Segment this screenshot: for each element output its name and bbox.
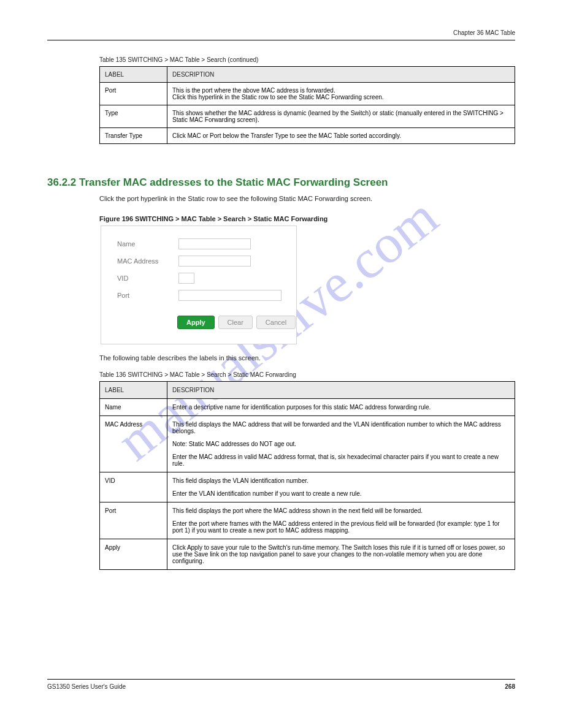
name-label: Name bbox=[117, 240, 178, 248]
table1-r0-c2: This is the port where the above MAC add… bbox=[167, 83, 515, 105]
table-row: Port This is the port where the above MA… bbox=[100, 83, 515, 105]
apply-button[interactable]: Apply bbox=[177, 316, 215, 329]
table2-header-row: LABEL DESCRIPTION bbox=[100, 382, 515, 399]
table-row: Port This field displays the port where … bbox=[100, 502, 515, 539]
dialog-buttons: Apply Clear Cancel bbox=[177, 316, 285, 329]
table2-intro: The following table describes the labels… bbox=[99, 354, 261, 362]
table1: LABEL DESCRIPTION Port This is the port … bbox=[99, 66, 515, 144]
footer-right: 268 bbox=[505, 683, 515, 690]
clear-button[interactable]: Clear bbox=[218, 316, 253, 329]
vid-label: VID bbox=[117, 275, 178, 282]
table1-r2-c2: Click MAC or Port below the Transfer Typ… bbox=[167, 128, 515, 144]
table-row: Type This shows whether the MAC address … bbox=[100, 105, 515, 128]
table2-caption: Table 136 SWITCHING > MAC Table > Search… bbox=[99, 371, 296, 378]
table1-r1-c2: This shows whether the MAC address is dy… bbox=[167, 105, 515, 128]
dialog-row-mac: MAC Address bbox=[117, 256, 285, 267]
table-row: Transfer Type Click MAC or Port below th… bbox=[100, 128, 515, 144]
table-row: MAC Address This field displays the MAC … bbox=[100, 416, 515, 472]
dialog-row-name: Name bbox=[117, 238, 285, 249]
table1-r0-c1: Port bbox=[100, 83, 167, 105]
table2: LABEL DESCRIPTION Name Enter a descripti… bbox=[99, 381, 515, 570]
vid-input[interactable] bbox=[178, 273, 194, 284]
name-input[interactable] bbox=[178, 238, 251, 249]
port-label: Port bbox=[117, 292, 178, 299]
page-footer: GS1350 Series User's Guide 268 bbox=[47, 679, 515, 690]
table1-header-row: LABEL DESCRIPTION bbox=[100, 67, 515, 83]
dialog-row-port: Port bbox=[117, 290, 285, 301]
table-row: Apply Click Apply to save your rule to t… bbox=[100, 539, 515, 570]
table1-header-c2: DESCRIPTION bbox=[167, 67, 515, 83]
mac-label: MAC Address bbox=[117, 257, 178, 265]
header-right: Chapter 36 MAC Table bbox=[453, 29, 515, 40]
table2-header-c1: LABEL bbox=[100, 382, 167, 399]
table2-header-c2: DESCRIPTION bbox=[167, 382, 515, 399]
table1-r2-c1: Transfer Type bbox=[100, 128, 167, 144]
table-row: VID This field displays the VLAN identif… bbox=[100, 472, 515, 502]
table1-header-c1: LABEL bbox=[100, 67, 167, 83]
section-heading: 36.2.2 Transfer MAC addresses to the Sta… bbox=[47, 176, 388, 189]
port-input[interactable] bbox=[178, 290, 282, 301]
mac-input[interactable] bbox=[178, 256, 251, 267]
page-header: Chapter 36 MAC Table bbox=[47, 29, 515, 40]
section-body: Click the port hyperlink in the Static r… bbox=[99, 194, 515, 204]
static-mac-dialog: Name MAC Address VID Port Apply Clear Ca… bbox=[101, 226, 297, 344]
table1-caption: Table 135 SWITCHING > MAC Table > Search… bbox=[99, 56, 258, 63]
figure-caption: Figure 196 SWITCHING > MAC Table > Searc… bbox=[99, 215, 327, 222]
table1-r1-c1: Type bbox=[100, 105, 167, 128]
footer-left: GS1350 Series User's Guide bbox=[47, 683, 126, 690]
table-row: Name Enter a descriptive name for identi… bbox=[100, 399, 515, 416]
cancel-button[interactable]: Cancel bbox=[256, 316, 296, 329]
dialog-row-vid: VID bbox=[117, 273, 285, 284]
